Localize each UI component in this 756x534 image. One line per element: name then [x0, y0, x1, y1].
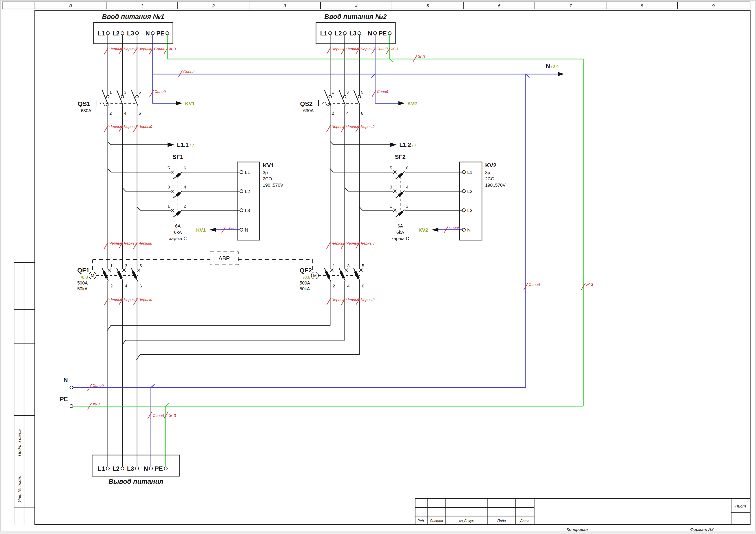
pin-number: 6	[184, 165, 186, 170]
contact-terminal	[136, 95, 138, 98]
terminal	[343, 32, 346, 35]
qf2-rating: 500A	[300, 280, 310, 285]
pin-number: 4	[184, 185, 186, 190]
wire-color-label: Черный	[361, 124, 375, 129]
pin-number: 6	[140, 284, 142, 288]
kv2-terminal-label: L1	[467, 170, 472, 175]
kv1-terminal-label: L3	[245, 208, 250, 213]
sheet-label: Лист	[735, 504, 746, 508]
ruler-number: 3	[284, 3, 286, 8]
terminal	[166, 32, 169, 35]
n-bus-label: N	[546, 63, 550, 69]
kv1-coil-ref: KV1	[196, 227, 206, 233]
pe-stub-label: PE	[60, 396, 68, 402]
feeder-sheet-ref: / 7	[411, 143, 417, 148]
pin-number: 5	[361, 90, 364, 94]
pin-number: 5	[139, 90, 141, 94]
terminal-label: L2	[112, 465, 120, 472]
pin-number: 1	[110, 264, 113, 268]
sf1-spec: хар-ка С	[169, 236, 187, 241]
terminal	[151, 32, 154, 35]
terminal	[106, 467, 109, 470]
stamp-label-inv-podl: Инв. № подл.	[17, 476, 22, 502]
pin-number: 5	[362, 264, 364, 268]
wire-color-label: Черный	[361, 241, 375, 245]
terminal-label: L3	[127, 465, 134, 472]
terminal-label: L3	[349, 30, 357, 37]
qf2-sheet-ref: /8.8	[303, 275, 310, 280]
n-bus-sheet-ref: / 8.0	[550, 64, 558, 69]
pin-number: 4	[347, 284, 350, 288]
pin-number: 5	[390, 165, 392, 170]
pin-number: 2	[332, 111, 334, 115]
terminal	[462, 209, 465, 212]
wire-color-label: Синий	[154, 89, 166, 94]
sf1-spec: 6kA	[174, 230, 182, 235]
ruler-number: 6	[498, 3, 500, 8]
kv2-coil-ref: KV2	[407, 101, 417, 106]
ruler-number: 4	[355, 3, 358, 8]
wire-color-label: Синий	[183, 70, 195, 74]
kv1-terminal-label: L1	[245, 170, 250, 175]
kv1-spec: 190..570V	[263, 183, 284, 188]
wire-color-label: Черный	[361, 47, 375, 51]
pin-number: 3	[346, 90, 349, 94]
pin-number: 4	[406, 185, 409, 190]
contact-terminal	[329, 95, 332, 98]
kv2-terminal-label: L2	[467, 189, 472, 194]
pin-number: 1	[333, 264, 335, 268]
terminal	[70, 386, 73, 389]
pin-number: 3	[390, 185, 392, 190]
kv1-spec: 3p	[263, 170, 268, 175]
pin-number: 2	[110, 284, 113, 288]
pin-number: 1	[332, 90, 334, 94]
terminal-label: L1	[320, 30, 327, 37]
kv2-spec: 190..570V	[485, 183, 506, 188]
qf1-name: QF1	[77, 267, 89, 274]
wire-color-label: Черный	[138, 298, 152, 302]
ruler-number: 9	[712, 3, 715, 8]
wire-color-label: Ж-З	[169, 47, 176, 51]
terminal-label: PE	[155, 465, 163, 472]
pin-number: 2	[109, 111, 112, 115]
sf1-spec: 6A	[175, 223, 181, 228]
wire-color-label: Черный	[138, 124, 152, 129]
schematic-sheet: 0 1 2 3 4 5 6 7 8 9 Подп. и дата Инв. № …	[0, 0, 756, 534]
wire-color-label: Синий	[377, 89, 388, 94]
kv1-terminal-label: L2	[245, 189, 250, 194]
terminal	[373, 32, 377, 35]
wire-color-label: Синий	[154, 47, 166, 51]
sf2-spec: 6kA	[396, 230, 404, 235]
contact-terminal	[121, 95, 124, 98]
pin-number: 1	[167, 204, 170, 209]
terminal	[164, 467, 167, 470]
ruler-number: 8	[640, 3, 643, 8]
terminal	[388, 32, 391, 35]
terminal-label: L2	[335, 30, 342, 37]
pin-number: 6	[406, 165, 409, 170]
pin-number: 3	[167, 185, 170, 190]
terminal	[240, 209, 243, 212]
wire-color-label: Синий	[93, 383, 104, 388]
output-title: Вывод питания	[108, 478, 163, 485]
feeder-label: L1.2	[399, 141, 411, 148]
wire-color-label: Синий	[153, 414, 164, 418]
terminal-label: L1	[98, 30, 105, 37]
avr-label: АВР	[219, 255, 230, 261]
qf1-sheet-ref: /8.8	[81, 275, 88, 280]
terminal-label: N	[146, 30, 150, 37]
qs1-name: QS1	[78, 100, 90, 107]
pin-number: 3	[125, 264, 127, 268]
kv2-name: KV2	[485, 162, 497, 169]
terminal-label: N	[368, 30, 372, 37]
sf2-name: SF2	[395, 153, 406, 160]
wire-color-label: Ж-З	[586, 283, 593, 287]
pin-number: 6	[139, 111, 141, 115]
terminal	[121, 32, 124, 35]
terminal	[70, 405, 73, 408]
wire-color-label: Черный	[138, 241, 152, 245]
terminal-label: L2	[112, 30, 120, 37]
n-stub-label: N	[64, 376, 68, 383]
qf1-icu: 50kA	[77, 286, 88, 291]
terminal	[106, 32, 109, 35]
